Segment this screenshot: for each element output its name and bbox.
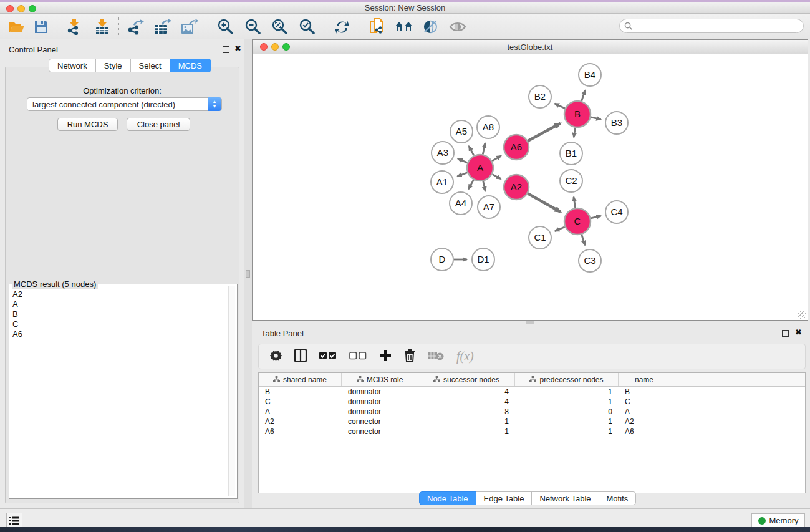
graph-edge-A2-C[interactable] bbox=[528, 193, 561, 212]
cell[interactable]: 0 bbox=[515, 407, 619, 417]
close-panel-icon[interactable]: ✖ bbox=[234, 44, 241, 53]
control-tab-style[interactable]: Style bbox=[96, 59, 131, 72]
zoom-fit-button[interactable] bbox=[268, 16, 291, 37]
graph-edge-B-B1[interactable] bbox=[574, 128, 575, 138]
zoom-selected-button[interactable] bbox=[296, 16, 318, 37]
cell[interactable]: A2 bbox=[259, 417, 342, 427]
graph-node-A[interactable]: A bbox=[467, 155, 493, 181]
cell[interactable]: 1 bbox=[515, 397, 619, 407]
cell[interactable]: B bbox=[619, 387, 670, 397]
column-header-MCDS-role[interactable]: MCDS role bbox=[342, 373, 418, 386]
graph-node-C[interactable]: C bbox=[564, 208, 591, 235]
graph-node-A4[interactable]: A4 bbox=[450, 192, 472, 215]
close-table-panel-icon[interactable]: ✖ bbox=[795, 327, 802, 337]
save-session-button[interactable] bbox=[30, 16, 52, 37]
graph-edge-B-B4[interactable] bbox=[582, 90, 585, 101]
graph-node-A1[interactable]: A1 bbox=[431, 171, 453, 193]
graph-edge-C-C2[interactable] bbox=[574, 197, 576, 208]
splitter-handle[interactable] bbox=[246, 270, 250, 278]
float-panel-icon[interactable] bbox=[223, 46, 229, 55]
cell[interactable]: 1 bbox=[515, 427, 619, 437]
graph-node-B2[interactable]: B2 bbox=[529, 85, 551, 108]
control-tab-network[interactable]: Network bbox=[49, 59, 96, 72]
optimization-criterion-select[interactable]: largest connected component (directed) ▲… bbox=[27, 97, 222, 111]
graph-edge-A-A6[interactable] bbox=[492, 156, 501, 161]
graph-node-B[interactable]: B bbox=[564, 101, 591, 127]
graph-edge-A-A3[interactable] bbox=[458, 159, 467, 163]
graph-edge-C-C4[interactable] bbox=[591, 216, 600, 218]
zoom-in-button[interactable] bbox=[214, 16, 236, 37]
cell[interactable]: B bbox=[259, 387, 342, 397]
cell[interactable]: A bbox=[619, 407, 670, 417]
cell[interactable]: C bbox=[619, 397, 670, 407]
graph-node-B3[interactable]: B3 bbox=[605, 112, 628, 134]
table-row-C[interactable]: Cdominator41C bbox=[259, 397, 805, 407]
cell[interactable]: dominator bbox=[342, 387, 418, 397]
graph-edge-A6-B[interactable] bbox=[528, 123, 560, 141]
run-mcds-button[interactable]: Run MCDS bbox=[57, 118, 118, 131]
result-item[interactable]: B bbox=[12, 309, 22, 319]
graph-edge-A-A2[interactable] bbox=[492, 174, 501, 178]
result-item[interactable]: A2 bbox=[12, 289, 22, 299]
cell[interactable]: A bbox=[259, 407, 342, 417]
add-column-icon[interactable] bbox=[379, 349, 392, 364]
graph-node-B4[interactable]: B4 bbox=[579, 64, 601, 86]
resize-grip[interactable] bbox=[798, 311, 807, 319]
table-row-B[interactable]: Bdominator41B bbox=[259, 387, 805, 397]
select-all-icon[interactable] bbox=[319, 352, 337, 362]
graph-edge-A-A7[interactable] bbox=[483, 181, 486, 191]
graph-node-A7[interactable]: A7 bbox=[478, 196, 500, 218]
graph-node-A6[interactable]: A6 bbox=[504, 135, 529, 160]
cell[interactable]: 1 bbox=[418, 417, 515, 427]
import-table-button[interactable] bbox=[91, 16, 113, 37]
gear-icon[interactable] bbox=[270, 350, 282, 364]
graph-node-A3[interactable]: A3 bbox=[432, 142, 454, 164]
home-layout-button[interactable] bbox=[393, 16, 415, 37]
cell[interactable]: dominator bbox=[342, 407, 418, 417]
graph-node-C2[interactable]: C2 bbox=[560, 170, 582, 192]
cell[interactable]: connector bbox=[342, 417, 418, 427]
result-item[interactable]: A bbox=[12, 299, 22, 309]
refresh-button[interactable] bbox=[330, 16, 353, 37]
control-tab-select[interactable]: Select bbox=[131, 59, 170, 72]
cell[interactable]: 1 bbox=[515, 387, 619, 397]
search-field[interactable] bbox=[619, 19, 804, 33]
graph-node-A8[interactable]: A8 bbox=[477, 116, 499, 138]
graph-node-D1[interactable]: D1 bbox=[472, 248, 494, 271]
graph-edge-C-C3[interactable] bbox=[582, 235, 585, 245]
mcds-result-list[interactable]: A2ABCA6 bbox=[12, 289, 22, 339]
graph-edge-A-A5[interactable] bbox=[469, 146, 474, 155]
zoom-out-button[interactable] bbox=[241, 16, 264, 37]
result-scrollbar[interactable] bbox=[228, 286, 235, 496]
column-header-successor-nodes[interactable]: successor nodes bbox=[418, 373, 515, 386]
table-tab-motifs[interactable]: Motifs bbox=[599, 491, 637, 505]
delete-icon[interactable] bbox=[404, 349, 415, 364]
graph-edge-A-A1[interactable] bbox=[457, 173, 467, 177]
cell[interactable]: 1 bbox=[515, 417, 619, 427]
task-history-button[interactable] bbox=[6, 513, 22, 528]
graph-node-C3[interactable]: C3 bbox=[579, 249, 601, 272]
table-tab-edge-table[interactable]: Edge Table bbox=[476, 491, 533, 505]
cell[interactable]: dominator bbox=[342, 397, 418, 407]
cell[interactable]: connector bbox=[342, 427, 418, 437]
cell[interactable]: A6 bbox=[619, 427, 670, 437]
graph-edge-A-A8[interactable] bbox=[483, 143, 485, 154]
result-item[interactable]: C bbox=[12, 319, 22, 329]
export-table-button[interactable] bbox=[152, 16, 174, 37]
result-item[interactable]: A6 bbox=[12, 329, 22, 339]
cell[interactable]: A2 bbox=[619, 417, 670, 427]
export-network-button[interactable] bbox=[125, 16, 147, 37]
memory-button[interactable]: Memory bbox=[751, 513, 805, 528]
table-row-A[interactable]: Adominator80A bbox=[259, 407, 805, 417]
graph-node-A5[interactable]: A5 bbox=[450, 120, 473, 143]
columns-icon[interactable] bbox=[294, 349, 307, 364]
column-header-predecessor-nodes[interactable]: predecessor nodes bbox=[515, 373, 619, 386]
cell[interactable]: 1 bbox=[418, 427, 515, 437]
network-window-titlebar[interactable]: testGlobe.txt bbox=[253, 40, 808, 54]
panel-splitter-vertical[interactable] bbox=[244, 39, 252, 508]
graph-edge-C-C1[interactable] bbox=[555, 227, 565, 231]
open-file-button[interactable] bbox=[6, 16, 28, 37]
float-table-panel-icon[interactable] bbox=[782, 329, 789, 339]
delete-table-icon[interactable] bbox=[428, 351, 444, 362]
search-input[interactable] bbox=[635, 22, 803, 31]
